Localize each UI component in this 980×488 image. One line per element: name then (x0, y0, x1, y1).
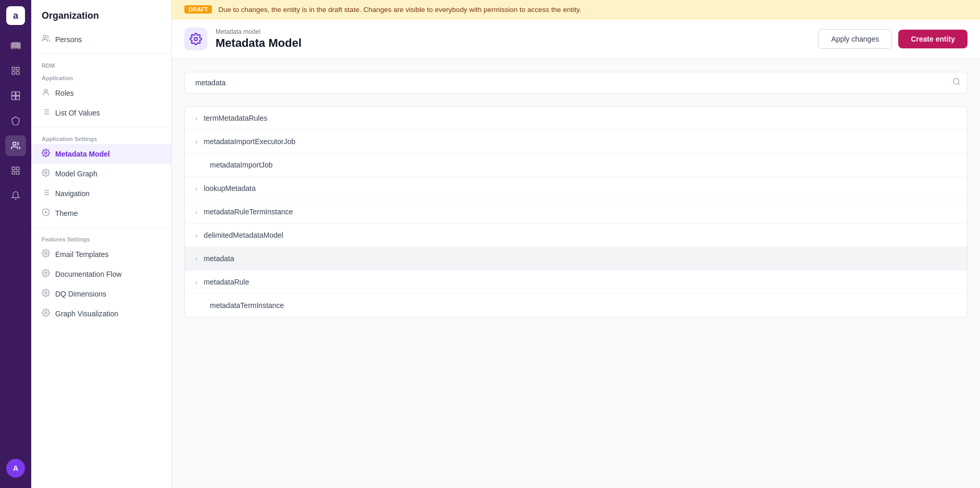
svg-rect-10 (17, 167, 19, 170)
shield-icon[interactable] (5, 110, 26, 131)
svg-point-30 (45, 252, 47, 254)
svg-rect-7 (16, 96, 20, 100)
sidebar-item-graph-visualization[interactable]: Graph Visualization (31, 304, 171, 324)
org-title: Organization (31, 0, 171, 30)
svg-rect-9 (12, 167, 15, 170)
svg-point-21 (45, 152, 47, 154)
sidebar-item-label: Theme (55, 209, 78, 217)
sidebar-item-persons[interactable]: Persons (31, 30, 171, 49)
svg-line-36 (958, 83, 960, 85)
apply-changes-button[interactable]: Apply changes (818, 29, 892, 49)
sidebar-item-theme[interactable]: Theme (31, 203, 171, 223)
entity-name: delimitedMetadataModel (204, 231, 283, 239)
sidebar-item-label: Roles (55, 89, 74, 97)
section-rdm: RDM (31, 58, 171, 71)
svg-rect-11 (12, 172, 15, 174)
draft-badge: DRAFT (184, 5, 212, 14)
svg-point-32 (45, 292, 47, 294)
page-subtitle: Metadata model (216, 28, 810, 35)
entity-name: metadataTermInstance (210, 301, 284, 310)
entity-name: metadataImportExecutorJob (204, 137, 295, 146)
section-features-settings: Features Settings (31, 232, 171, 245)
users-icon[interactable] (5, 135, 26, 156)
page-header-actions: Apply changes Create entity (818, 29, 968, 49)
sidebar-item-dq-dimensions[interactable]: DQ Dimensions (31, 284, 171, 304)
chevron-right-icon: › (195, 114, 197, 122)
chevron-right-icon: › (195, 232, 197, 239)
entity-list: › termMetadataRules › metadataImportExec… (184, 106, 968, 317)
create-entity-button[interactable]: Create entity (898, 30, 968, 48)
svg-point-13 (43, 35, 46, 38)
divider-3 (31, 227, 171, 228)
avatar[interactable]: A (6, 459, 25, 478)
svg-point-33 (45, 312, 47, 314)
content-area: › termMetadataRules › metadataImportExec… (172, 59, 980, 488)
svg-point-22 (45, 172, 47, 174)
entity-row[interactable]: › metadataRuleTermInstance (185, 200, 967, 224)
svg-rect-5 (16, 92, 20, 96)
section-application: Application (31, 71, 171, 83)
list-icon (42, 108, 50, 118)
divider-1 (31, 54, 171, 54)
svg-point-35 (953, 79, 959, 84)
page-header-text: Metadata model Metadata Model (216, 28, 810, 50)
svg-point-34 (194, 37, 197, 41)
sidebar-item-label: Navigation (55, 189, 90, 198)
grid-icon[interactable] (5, 60, 26, 81)
svg-point-31 (45, 272, 47, 274)
sidebar-item-navigation[interactable]: Navigation (31, 184, 171, 203)
chevron-right-icon: › (195, 208, 197, 216)
chevron-right-icon: › (195, 185, 197, 192)
sidebar-item-label: Model Graph (55, 170, 97, 178)
entity-name: metadataRule (204, 278, 249, 286)
chevron-right-icon: › (195, 255, 197, 263)
nav-sidebar: Organization Persons RDM Application Rol… (31, 0, 172, 488)
sidebar-item-label: Graph Visualization (55, 310, 118, 318)
sidebar-item-documentation-flow[interactable]: Documentation Flow (31, 264, 171, 284)
page-title: Metadata Model (216, 36, 810, 50)
sidebar-item-label: List Of Values (55, 109, 100, 117)
svg-rect-0 (12, 67, 15, 70)
svg-rect-4 (12, 92, 16, 96)
icon-sidebar: a 📖 A (0, 0, 31, 488)
svg-rect-3 (17, 72, 19, 74)
entity-row[interactable]: › metadataImportExecutorJob (185, 130, 967, 153)
page-header-icon (184, 28, 207, 50)
entity-row[interactable]: › termMetadataRules (185, 107, 967, 130)
entity-row[interactable]: metadataTermInstance (185, 294, 967, 317)
entity-name: metadataImportJob (210, 161, 273, 169)
chart-icon[interactable] (5, 85, 26, 106)
sidebar-item-roles[interactable]: Roles (31, 83, 171, 103)
sidebar-item-email-templates[interactable]: Email Templates (31, 245, 171, 264)
book-icon[interactable]: 📖 (5, 35, 26, 56)
svg-point-14 (44, 89, 47, 92)
doc-flow-icon (42, 269, 50, 279)
email-icon (42, 249, 50, 260)
sidebar-item-label: Metadata Model (55, 150, 110, 158)
graph-viz-icon (42, 309, 50, 319)
draft-banner: DRAFT Due to changes, the entity is in t… (172, 0, 980, 19)
search-bar (184, 72, 968, 94)
persons-icon (42, 34, 50, 45)
entity-row[interactable]: › metadataRule (185, 271, 967, 294)
svg-rect-12 (17, 172, 19, 174)
entity-row-highlighted[interactable]: › metadata (185, 247, 967, 271)
sidebar-item-model-graph[interactable]: Model Graph (31, 164, 171, 184)
section-app-settings: Application Settings (31, 132, 171, 144)
entity-row[interactable]: › lookupMetadata (185, 177, 967, 200)
bell-icon[interactable] (5, 185, 26, 206)
sidebar-item-list-of-values[interactable]: List Of Values (31, 103, 171, 123)
sidebar-item-label: Persons (55, 35, 82, 44)
dq-icon (42, 289, 50, 299)
navigation-icon (42, 188, 50, 199)
sidebar-item-metadata-model[interactable]: Metadata Model (31, 144, 171, 164)
app-logo: a (6, 6, 25, 25)
chevron-right-icon: › (195, 278, 197, 286)
svg-rect-1 (17, 67, 19, 70)
search-input[interactable] (191, 72, 952, 93)
entity-row[interactable]: › delimitedMetadataModel (185, 224, 967, 247)
entity-row[interactable]: metadataImportJob (185, 153, 967, 177)
dashboard-icon[interactable] (5, 160, 26, 181)
svg-rect-6 (12, 96, 16, 100)
roles-icon (42, 88, 50, 98)
